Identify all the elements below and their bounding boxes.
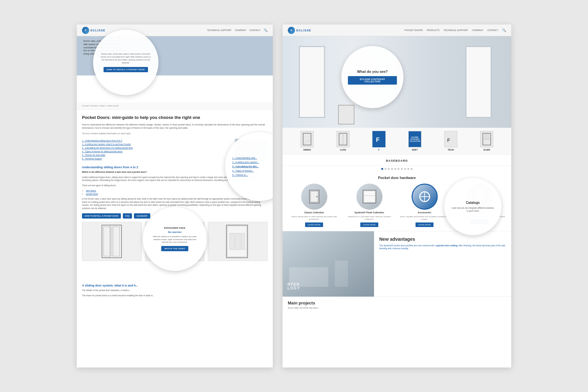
syntesis-desc: Solutions for a minimalist style. Discov…	[343, 215, 396, 221]
nav-products[interactable]: PRODUCTS	[427, 29, 439, 31]
hardware-circle-classic	[301, 184, 327, 210]
dot-6[interactable]	[398, 168, 400, 170]
slide-label: SLIDE	[483, 149, 490, 151]
swing-icon	[302, 133, 312, 146]
toc-item-5[interactable]: 5 - Frames for dual walls	[82, 153, 232, 157]
left-breadcrumb: POCKET DOORS / FAMILY / MINI GUIDE	[77, 102, 273, 110]
nav-technical-support-left[interactable]: TECHNICAL SUPPORT	[207, 29, 232, 31]
dot-8[interactable]	[404, 168, 406, 170]
catalogs-circle-text: Look how we can integrate different solu…	[451, 206, 495, 212]
door-svg-3	[225, 223, 251, 259]
baseboard-label: BASEBOARD	[386, 159, 408, 162]
adv-image-inner: NTEDLOGY	[283, 231, 374, 297]
toc-item-2[interactable]: 2 - A sliding door system: what it is an…	[82, 142, 232, 146]
door-illustrations: Extractable track No worries With this s…	[82, 222, 268, 261]
circle-toc-2[interactable]: 2 - A sliding door system...	[232, 160, 259, 164]
circle-toc-3[interactable]: 3 - Calculating the dim...	[232, 164, 259, 169]
eclisse-logo-left: E ECLISSE	[82, 27, 106, 34]
toc-item-4[interactable]: 4 - Types of frames for sliding pocket d…	[82, 150, 232, 153]
door-type-tech[interactable]: F TECH	[444, 131, 457, 151]
dot-2[interactable]	[384, 168, 386, 170]
right-nav: POCKET DOORS PRODUCTS TECHNICAL SUPPORT …	[404, 28, 506, 32]
classic-learn-more[interactable]: LEARN MORE	[305, 222, 323, 227]
circle-toc-4[interactable]: 4 - Types of frames...	[232, 169, 254, 173]
dot-7[interactable]	[401, 168, 403, 170]
door-type-see[interactable]: ECLISSE SYNTESIS® COLLECTION see?	[408, 131, 421, 151]
circle-bottom-title: Extractable track	[164, 226, 185, 229]
classic-collection-icon	[306, 188, 322, 205]
svg-rect-1	[104, 227, 110, 256]
tech-label: TECH	[448, 149, 454, 151]
dot-3[interactable]	[388, 168, 390, 170]
accessories-desc: Doors, handles and handles that complete…	[398, 215, 451, 221]
circle-toc-1[interactable]: 1 - Understanding slidi...	[232, 156, 257, 160]
install-pocket-door-button[interactable]: HOW TO INSTALL A POCKET DOOR	[104, 67, 148, 72]
left-page-subtitle: How to understand the difference between…	[82, 123, 268, 130]
dot-9[interactable]	[407, 168, 409, 170]
door-type-icon-swing	[301, 131, 314, 147]
luce-label: LUCE	[340, 149, 346, 151]
eclisse-logo-right: E ECLISSE	[288, 27, 311, 34]
right-page: E ECLISSE POCKET DOORS PRODUCTS TECHNICA…	[283, 24, 511, 368]
toc-item-3[interactable]: 3 - Calculating the dimensions of a slid…	[82, 146, 232, 150]
accessories-learn-more[interactable]: LEARN MORE	[416, 222, 434, 227]
how-to-install-button[interactable]: HOW TO INSTALL A POCKET DOOR	[82, 213, 121, 219]
classic-name: Classic Collection	[304, 211, 324, 214]
door-image-3	[208, 222, 268, 261]
circle-bottom-text: With this solution it is possible to rep…	[150, 235, 200, 243]
main-projects-text: Since 1989, ECLISSE has been...	[288, 307, 506, 309]
section-2-heading: A sliding door system: what it is and h.…	[82, 284, 268, 287]
f-label: F	[378, 149, 380, 151]
eclisse-syntesis-button[interactable]: ECLISSE SYNTESIS® COLLECTION	[348, 76, 397, 85]
nav-contact-right[interactable]: CONTACT	[487, 29, 498, 31]
toc-list: 1 - Understanding sliding doors from A t…	[82, 139, 232, 162]
hero-door-accent	[338, 105, 354, 124]
faq-button[interactable]: FAQ	[123, 213, 132, 219]
door-type-slide[interactable]: SLIDE	[480, 131, 493, 151]
dot-5[interactable]	[394, 168, 396, 170]
luce-icon	[338, 133, 348, 146]
circle-toc-5[interactable]: 5 - Frames fo...	[232, 173, 248, 177]
door-image-1	[82, 222, 142, 261]
nav-company-left[interactable]: COMPANY	[235, 29, 246, 31]
hardware-item-classic: Classic Collection Space saving ideas or…	[288, 184, 340, 227]
dot-10[interactable]	[411, 168, 413, 170]
circle-top-text: former case, a barn door opens t riate s…	[100, 53, 151, 64]
syntesis-learn-more[interactable]: LEARN MORE	[360, 222, 379, 227]
svg-rect-2	[111, 227, 112, 256]
door-svg-1	[99, 223, 125, 259]
eclisse-synth-btn-strip: ECLISSE SYNTESIS® COLLECTION	[409, 136, 421, 143]
watch-video-button[interactable]: WATCH THE VIDEO	[161, 246, 188, 251]
nav-contact-left[interactable]: CONTACT	[250, 29, 260, 31]
toc-item-1[interactable]: 1 - Understanding sliding doors from A t…	[82, 139, 232, 142]
logo-circle-left: E	[82, 27, 89, 34]
svg-text:F: F	[376, 137, 380, 143]
nav-company-right[interactable]: COMPANY	[472, 29, 483, 31]
nav-pocket-doors[interactable]: POCKET DOORS	[404, 29, 423, 31]
circle-overlay-catalogs: Catalogs Look how we can integrate diffe…	[444, 178, 501, 235]
page-container: E ECLISSE TECHNICAL SUPPORT COMPANY CONT…	[13, 13, 575, 379]
svg-point-26	[316, 196, 318, 197]
door-type-luce[interactable]: LUCE	[336, 131, 350, 151]
left-nav: TECHNICAL SUPPORT COMPANY CONTACT 🔍	[207, 28, 268, 32]
dot-4[interactable]	[391, 168, 393, 170]
glossary-button[interactable]: GLOSSARY	[134, 213, 150, 219]
search-icon-left[interactable]: 🔍	[264, 28, 268, 32]
nav-technical-support-right[interactable]: TECHNICAL SUPPORT	[444, 29, 468, 31]
advantages-title: New advantages	[379, 237, 506, 242]
search-icon-right[interactable]: 🔍	[502, 28, 506, 32]
syntesis-name: Syntesis® Flush Collection	[354, 211, 384, 214]
hardware-circle-accessories	[412, 184, 438, 210]
left-hero: former case, a barn door opens t riate s…	[77, 36, 273, 75]
door-type-f[interactable]: F F	[372, 131, 385, 151]
accessories-icon	[416, 188, 433, 205]
toc-section: 1 - Understanding sliding doors from A t…	[82, 139, 268, 162]
dot-1[interactable]	[381, 168, 383, 170]
furniture-2	[335, 261, 348, 287]
circle-overlay-bottom: Extractable track No worries With this s…	[143, 207, 207, 271]
door-type-icon-see: ECLISSE SYNTESIS® COLLECTION	[408, 131, 421, 147]
door-type-swing[interactable]: SWING	[301, 131, 314, 151]
toc-item-6[interactable]: 6 - Technical Support	[82, 157, 232, 160]
svg-rect-15	[241, 233, 245, 250]
door-type-icon-tech: F	[444, 131, 457, 147]
